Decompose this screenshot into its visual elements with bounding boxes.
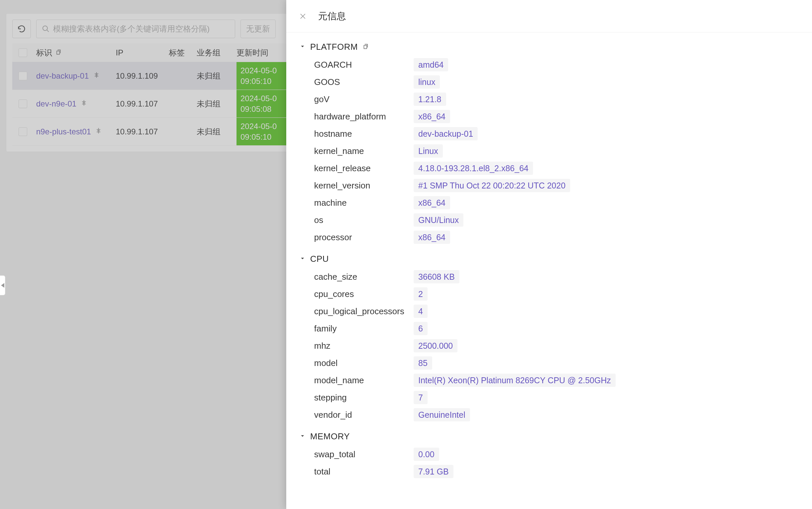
kv-key: processor: [314, 232, 414, 243]
kv-key: os: [314, 215, 414, 225]
section-header-memory[interactable]: MEMORY: [299, 431, 799, 442]
kv-row: model85: [314, 354, 799, 372]
section-title: CPU: [310, 254, 329, 264]
kv-value: linux: [414, 75, 440, 89]
drawer-header: 元信息: [286, 0, 812, 33]
kv-value: 85: [414, 357, 432, 370]
kv-key: kernel_version: [314, 180, 414, 191]
kv-key: kernel_name: [314, 146, 414, 156]
kv-value: Intel(R) Xeon(R) Platinum 8269CY CPU @ 2…: [414, 374, 615, 387]
kv-key: vendor_id: [314, 410, 414, 420]
kv-row: cpu_cores2: [314, 285, 799, 303]
kv-value: 4: [414, 305, 428, 318]
section-header-platform[interactable]: PLATFORM: [299, 42, 799, 52]
kv-key: stepping: [314, 393, 414, 403]
kv-value: x86_64: [414, 110, 450, 123]
drawer-title: 元信息: [318, 10, 346, 23]
kv-row: hardware_platformx86_64: [314, 108, 799, 125]
kv-row: osGNU/Linux: [314, 211, 799, 229]
kv-value: GenuineIntel: [414, 408, 470, 421]
drawer-body: PLATFORMGOARCHamd64GOOSlinuxgoV1.21.8har…: [286, 33, 812, 509]
kv-key: kernel_release: [314, 163, 414, 173]
close-button[interactable]: [299, 12, 307, 20]
kv-row: processorx86_64: [314, 229, 799, 246]
kv-key: machine: [314, 198, 414, 208]
kv-key: GOOS: [314, 77, 414, 87]
kv-row: swap_total0.00: [314, 446, 799, 463]
section-header-cpu[interactable]: CPU: [299, 254, 799, 264]
kv-key: cpu_logical_processors: [314, 306, 414, 316]
kv-row: machinex86_64: [314, 194, 799, 211]
close-icon: [299, 12, 307, 20]
sidebar-collapse-handle[interactable]: [0, 275, 5, 295]
section-title: MEMORY: [310, 431, 350, 442]
kv-value: 1.21.8: [414, 93, 446, 106]
kv-key: GOARCH: [314, 60, 414, 70]
kv-value: 7.91 GB: [414, 465, 453, 478]
kv-value: 7: [414, 391, 428, 404]
kv-row: vendor_idGenuineIntel: [314, 406, 799, 423]
kv-value: x86_64: [414, 231, 450, 244]
kv-value: #1 SMP Thu Oct 22 00:20:22 UTC 2020: [414, 179, 570, 192]
kv-value: dev-backup-01: [414, 127, 478, 140]
section-title: PLATFORM: [310, 42, 358, 52]
kv-row: family6: [314, 320, 799, 337]
kv-row: kernel_release4.18.0-193.28.1.el8_2.x86_…: [314, 160, 799, 177]
kv-key: cpu_cores: [314, 289, 414, 299]
kv-value: Linux: [414, 144, 443, 158]
kv-value: 36608 KB: [414, 270, 459, 283]
kv-value: 2: [414, 287, 428, 301]
chevron-down-icon: [299, 43, 306, 50]
kv-value: 0.00: [414, 448, 439, 461]
kv-value: 4.18.0-193.28.1.el8_2.x86_64: [414, 162, 533, 175]
kv-key: mhz: [314, 341, 414, 351]
chevron-down-icon: [299, 433, 306, 440]
kv-row: total7.91 GB: [314, 463, 799, 480]
kv-key: goV: [314, 94, 414, 104]
kv-row: cpu_logical_processors4: [314, 303, 799, 320]
chevron-down-icon: [299, 256, 306, 263]
kv-key: hardware_platform: [314, 111, 414, 122]
kv-value: GNU/Linux: [414, 213, 463, 227]
kv-row: kernel_nameLinux: [314, 142, 799, 160]
kv-list: cache_size36608 KBcpu_cores2cpu_logical_…: [299, 268, 799, 423]
kv-value: x86_64: [414, 196, 450, 209]
kv-row: kernel_version#1 SMP Thu Oct 22 00:20:22…: [314, 177, 799, 194]
kv-value: amd64: [414, 58, 448, 71]
kv-row: goV1.21.8: [314, 91, 799, 108]
kv-row: cache_size36608 KB: [314, 268, 799, 285]
kv-row: mhz2500.000: [314, 337, 799, 354]
kv-key: model_name: [314, 375, 414, 385]
copy-icon[interactable]: [362, 43, 369, 51]
kv-row: model_nameIntel(R) Xeon(R) Platinum 8269…: [314, 372, 799, 389]
kv-key: cache_size: [314, 272, 414, 282]
kv-value: 2500.000: [414, 339, 457, 352]
kv-key: family: [314, 324, 414, 334]
kv-key: swap_total: [314, 449, 414, 460]
kv-list: swap_total0.00total7.91 GB: [299, 446, 799, 480]
kv-value: 6: [414, 322, 428, 335]
kv-row: stepping7: [314, 389, 799, 406]
kv-row: hostnamedev-backup-01: [314, 125, 799, 142]
kv-key: total: [314, 467, 414, 477]
meta-info-drawer: 元信息 PLATFORMGOARCHamd64GOOSlinuxgoV1.21.…: [286, 0, 812, 509]
kv-row: GOOSlinux: [314, 73, 799, 91]
kv-row: GOARCHamd64: [314, 56, 799, 73]
kv-key: hostname: [314, 129, 414, 139]
kv-list: GOARCHamd64GOOSlinuxgoV1.21.8hardware_pl…: [299, 56, 799, 246]
kv-key: model: [314, 358, 414, 368]
